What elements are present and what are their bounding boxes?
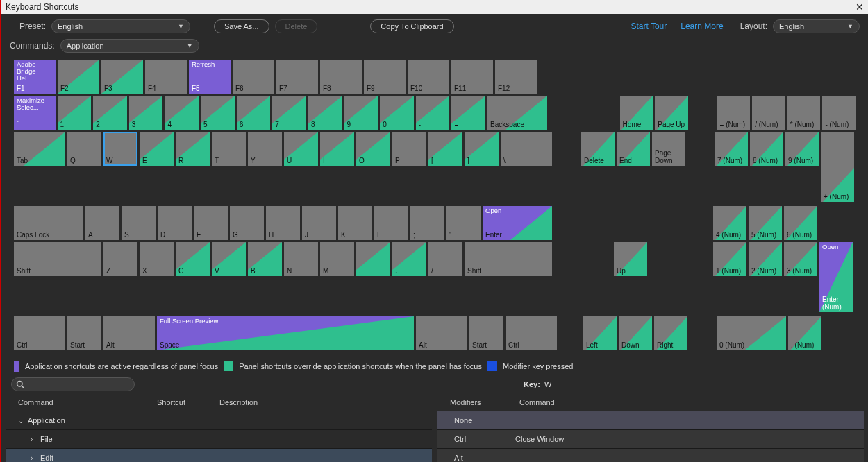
key-num5[interactable]: 5 (Num) xyxy=(749,206,782,240)
key-left[interactable]: Left xyxy=(583,316,617,350)
key-backtick[interactable]: Maximize Selec...` xyxy=(14,96,56,130)
key-delete[interactable]: Delete xyxy=(581,132,615,166)
key-num3[interactable]: 3 (Num) xyxy=(784,242,817,276)
key-ctrl-left[interactable]: Ctrl xyxy=(14,316,65,350)
layout-select[interactable]: English ▼ xyxy=(773,19,860,33)
delete-button[interactable]: Delete xyxy=(275,19,318,33)
key-f1[interactable]: Adobe Bridge Hel...F1 xyxy=(14,60,56,94)
key-pagedown[interactable]: Page Down xyxy=(652,132,685,166)
preset-select[interactable]: English ▼ xyxy=(51,19,190,33)
key-num-sub[interactable]: - (Num) xyxy=(822,96,856,130)
key-rbracket[interactable]: ] xyxy=(465,132,499,166)
key-f7[interactable]: F7 xyxy=(276,60,318,94)
key-right[interactable]: Right xyxy=(654,316,687,350)
key-slash[interactable]: / xyxy=(428,242,462,276)
modifier-list[interactable]: NoneCtrlClose WindowAltShiftCtrl+AltCtrl… xyxy=(437,411,864,462)
key-r[interactable]: R xyxy=(176,132,210,166)
key-alt-left[interactable]: Alt xyxy=(103,316,155,350)
key-j[interactable]: J xyxy=(302,206,336,240)
key-v[interactable]: V xyxy=(212,242,246,276)
key-space[interactable]: Full Screen Preview Space xyxy=(157,316,414,350)
search-input[interactable] xyxy=(11,377,135,391)
key-f2[interactable]: F2 xyxy=(58,60,99,94)
key-7[interactable]: 7 xyxy=(272,96,306,130)
key-ctrl-right[interactable]: Ctrl xyxy=(506,316,557,350)
key-q[interactable]: Q xyxy=(67,132,101,166)
key-a[interactable]: A xyxy=(85,206,119,240)
close-icon[interactable]: ✕ xyxy=(856,1,864,12)
key-t[interactable]: T xyxy=(212,132,246,166)
key-n[interactable]: N xyxy=(284,242,318,276)
key-6[interactable]: 6 xyxy=(237,96,271,130)
learn-more-link[interactable]: Learn More xyxy=(676,22,727,31)
key-f9[interactable]: F9 xyxy=(364,60,406,94)
key-x[interactable]: X xyxy=(140,242,174,276)
key-num1[interactable]: 1 (Num) xyxy=(713,242,746,276)
key-num7[interactable]: 7 (Num) xyxy=(715,132,748,166)
key-1[interactable]: 1 xyxy=(58,96,92,130)
key-num-dec[interactable]: . (Num) xyxy=(788,316,821,350)
key-f10[interactable]: F10 xyxy=(408,60,449,94)
key-p[interactable]: P xyxy=(392,132,426,166)
key-comma[interactable]: , xyxy=(356,242,390,276)
key-num-add[interactable]: + (Num) xyxy=(821,132,854,202)
key-5[interactable]: 5 xyxy=(201,96,235,130)
tree-row[interactable]: ⌄Application xyxy=(6,411,432,429)
key-f8[interactable]: F8 xyxy=(320,60,362,94)
key-lbracket[interactable]: [ xyxy=(428,132,462,166)
key-w[interactable]: W xyxy=(103,132,137,166)
key-alt-right[interactable]: Alt xyxy=(416,316,467,350)
key-tab[interactable]: Tab xyxy=(14,132,65,166)
key-pageup[interactable]: Page Up xyxy=(655,96,688,130)
command-tree[interactable]: ⌄Application›File›Edit›View›Sort›Stacks xyxy=(6,411,432,462)
key-k[interactable]: K xyxy=(338,206,372,240)
key-y[interactable]: Y xyxy=(248,132,282,166)
key-num-eq[interactable]: = (Num) xyxy=(717,96,751,130)
key-num9[interactable]: 9 (Num) xyxy=(785,132,819,166)
key-shift-right[interactable]: Shift xyxy=(465,242,552,276)
key-num6[interactable]: 6 (Num) xyxy=(784,206,817,240)
key-f5[interactable]: RefreshF5 xyxy=(189,60,231,94)
key-start-left[interactable]: Start xyxy=(67,316,101,350)
key-f12[interactable]: F12 xyxy=(495,60,537,94)
start-tour-link[interactable]: Start Tour xyxy=(626,22,671,31)
key-e[interactable]: E xyxy=(140,132,174,166)
key-num-mul[interactable]: * (Num) xyxy=(787,96,821,130)
key-num0[interactable]: 0 (Num) xyxy=(717,316,786,350)
key-f3[interactable]: F3 xyxy=(101,60,143,94)
key-apostrophe[interactable]: ' xyxy=(446,206,481,240)
key-backspace[interactable]: Backspace xyxy=(487,96,547,130)
key-9[interactable]: 9 xyxy=(344,96,378,130)
key-l[interactable]: L xyxy=(374,206,408,240)
key-home[interactable]: Home xyxy=(620,96,653,130)
key-up[interactable]: Up xyxy=(614,242,647,276)
key-shift-left[interactable]: Shift xyxy=(14,242,101,276)
key-num-div[interactable]: / (Num) xyxy=(752,96,785,130)
key-z[interactable]: Z xyxy=(103,242,137,276)
key-backslash[interactable]: \ xyxy=(501,132,552,166)
key-f11[interactable]: F11 xyxy=(451,60,493,94)
key-num2[interactable]: 2 (Num) xyxy=(749,242,782,276)
tree-row[interactable]: ›File xyxy=(6,429,432,448)
key-start-right[interactable]: Start xyxy=(469,316,503,350)
modifier-row[interactable]: CtrlClose Window xyxy=(437,429,864,448)
key-u[interactable]: U xyxy=(284,132,318,166)
key-num8[interactable]: 8 (Num) xyxy=(750,132,783,166)
commands-select[interactable]: Application ▼ xyxy=(60,39,199,53)
key-3[interactable]: 3 xyxy=(129,96,163,130)
key-h[interactable]: H xyxy=(266,206,300,240)
key-g[interactable]: G xyxy=(230,206,264,240)
key-o[interactable]: O xyxy=(356,132,390,166)
tree-row[interactable]: ›Edit xyxy=(6,448,432,462)
key-semicolon[interactable]: ; xyxy=(410,206,444,240)
key-down[interactable]: Down xyxy=(619,316,652,350)
key-4[interactable]: 4 xyxy=(165,96,199,130)
key-end[interactable]: End xyxy=(617,132,650,166)
key-equal[interactable]: = xyxy=(451,96,485,130)
key-minus[interactable]: - xyxy=(416,96,450,130)
key-period[interactable]: . xyxy=(392,242,426,276)
key-8[interactable]: 8 xyxy=(308,96,342,130)
modifier-row[interactable]: None xyxy=(437,411,864,429)
key-f6[interactable]: F6 xyxy=(233,60,274,94)
key-capslock[interactable]: Caps Lock xyxy=(14,206,83,240)
